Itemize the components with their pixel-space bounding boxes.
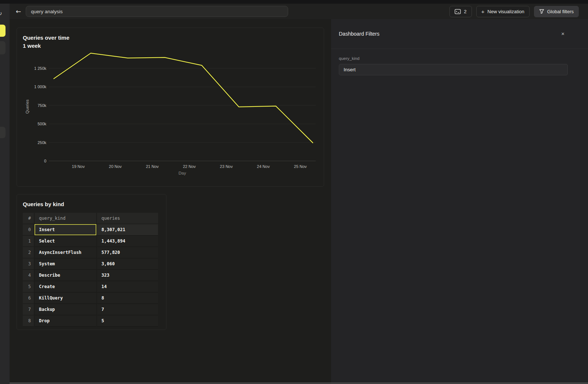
- queries-count-cell[interactable]: 7: [97, 304, 158, 315]
- row-index: 2: [23, 247, 34, 258]
- filters-panel-title: Dashboard Filters: [339, 31, 380, 37]
- series-line-shadow: [54, 53, 313, 143]
- query-kind-cell[interactable]: Drop: [34, 315, 97, 327]
- window-top-edge: [0, 0, 588, 4]
- global-filters-button[interactable]: Global filters: [534, 6, 579, 17]
- query-kind-cell[interactable]: System: [34, 258, 97, 270]
- bottom-scrollbar[interactable]: [10, 383, 588, 384]
- column-header: query_kind: [34, 213, 97, 224]
- x-axis-tick-label: 23 Nov: [220, 164, 233, 169]
- queries-count-cell[interactable]: 8,307,021: [97, 224, 158, 236]
- query-kind-cell[interactable]: Create: [34, 281, 97, 293]
- y-axis-title: Queries: [25, 99, 29, 114]
- queries-count-cell[interactable]: 323: [97, 270, 158, 281]
- chart-title: Queries over time: [23, 35, 69, 41]
- table-row[interactable]: 0Insert8,307,021: [23, 224, 158, 236]
- row-index: 3: [23, 258, 34, 270]
- query-kind-cell[interactable]: Backup: [34, 304, 97, 315]
- query-kind-cell[interactable]: KillQuery: [34, 293, 97, 304]
- x-axis-tick-label: 25 Nov: [294, 164, 307, 169]
- row-index: 1: [23, 236, 34, 247]
- queries-count-cell[interactable]: 577,820: [97, 247, 158, 258]
- row-index: 7: [23, 304, 34, 315]
- query-kind-cell[interactable]: Insert: [34, 224, 97, 236]
- topbar: ← 2 + New visualization Global filters: [10, 4, 588, 19]
- x-axis-tick-label: 20 Nov: [109, 164, 122, 169]
- left-sidebar: ↻: [0, 4, 10, 384]
- sidebar-item[interactable]: [0, 127, 6, 138]
- queries-count-cell[interactable]: 5: [97, 315, 158, 327]
- table-row[interactable]: 4Describe323: [23, 270, 158, 281]
- refresh-icon[interactable]: ↻: [0, 10, 2, 17]
- y-axis-tick-label: 1 000k: [34, 85, 47, 89]
- x-axis-tick-label: 24 Nov: [257, 164, 270, 169]
- table-row[interactable]: 7Backup7: [23, 304, 158, 315]
- table-row[interactable]: 1Select1,443,894: [23, 236, 158, 247]
- chart-card[interactable]: 0250k500k750k1 000k1 250k19 Nov20 Nov21 …: [17, 28, 324, 187]
- y-axis-tick-label: 250k: [37, 140, 46, 145]
- x-axis-tick-label: 22 Nov: [183, 164, 196, 169]
- filters-panel-body: query_kind: [331, 49, 588, 75]
- chart-subtitle: 1 week: [23, 43, 41, 49]
- x-axis-tick-label: 21 Nov: [146, 164, 159, 169]
- queries-count-cell[interactable]: 3,060: [97, 258, 158, 270]
- console-icon: [455, 9, 461, 14]
- dashboard-filters-panel: Dashboard Filters × query_kind: [331, 19, 588, 384]
- console-tab-count: 2: [464, 9, 466, 14]
- queries-count-cell[interactable]: 14: [97, 281, 158, 293]
- plus-icon: +: [481, 9, 485, 14]
- table-card[interactable]: Queries by kind #query_kindqueries0Inser…: [17, 194, 166, 330]
- queries-count-cell[interactable]: 8: [97, 293, 158, 304]
- table-row[interactable]: 8Drop5: [23, 315, 158, 327]
- y-axis-tick-label: 500k: [37, 122, 46, 126]
- global-filters-label: Global filters: [547, 9, 574, 14]
- column-header: queries: [97, 213, 158, 224]
- filter-field-input[interactable]: [339, 64, 568, 75]
- sql-console-tabs-button[interactable]: 2: [449, 6, 472, 17]
- x-axis-title: Day: [179, 171, 186, 175]
- sidebar-item-active[interactable]: [0, 25, 6, 37]
- back-button[interactable]: ←: [14, 8, 22, 15]
- query-kind-cell[interactable]: Describe: [34, 270, 97, 281]
- x-axis-tick-label: 19 Nov: [72, 164, 85, 169]
- filters-panel-header: Dashboard Filters ×: [331, 19, 588, 49]
- filter-field-label: query_kind: [339, 56, 568, 61]
- table-header-row: #query_kindqueries: [23, 213, 158, 224]
- queries-series-line: [54, 53, 313, 143]
- table-title: Queries by kind: [23, 201, 64, 207]
- column-header: #: [23, 213, 34, 224]
- queries-table: #query_kindqueries0Insert8,307,0211Selec…: [23, 213, 158, 327]
- table-row[interactable]: 2AsyncInsertFlush577,820: [23, 247, 158, 258]
- y-axis-tick-label: 0: [44, 159, 46, 163]
- dashboard-canvas: 0250k500k750k1 000k1 250k19 Nov20 Nov21 …: [10, 19, 331, 384]
- table-row[interactable]: 6KillQuery8: [23, 293, 158, 304]
- y-axis-tick-label: 750k: [37, 103, 46, 108]
- row-index: 0: [23, 224, 34, 236]
- row-index: 4: [23, 270, 34, 281]
- dashboard-title-input[interactable]: [26, 6, 288, 17]
- query-kind-cell[interactable]: Select: [34, 236, 97, 247]
- new-visualization-label: New visualization: [487, 9, 524, 14]
- query-kind-cell[interactable]: AsyncInsertFlush: [34, 247, 97, 258]
- table-row[interactable]: 3System3,060: [23, 258, 158, 270]
- row-index: 8: [23, 315, 34, 327]
- new-visualization-button[interactable]: + New visualization: [476, 6, 530, 17]
- row-index: 5: [23, 281, 34, 293]
- close-icon[interactable]: ×: [560, 30, 565, 37]
- topbar-actions: 2 + New visualization Global filters: [449, 6, 588, 17]
- funnel-icon: [539, 9, 544, 14]
- queries-count-cell[interactable]: 1,443,894: [97, 236, 158, 247]
- sidebar-item[interactable]: [0, 41, 6, 54]
- queries-line-chart: 0250k500k750k1 000k1 250k19 Nov20 Nov21 …: [17, 28, 325, 187]
- row-index: 6: [23, 293, 34, 304]
- table-row[interactable]: 5Create14: [23, 281, 158, 293]
- y-axis-tick-label: 1 250k: [34, 66, 47, 71]
